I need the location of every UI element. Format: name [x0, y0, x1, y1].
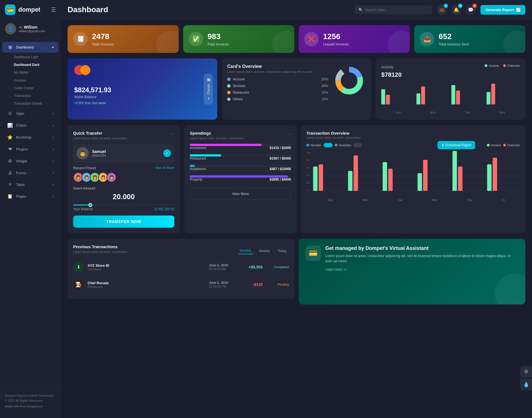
- subnav-dashboard-light[interactable]: Dashboard Light: [0, 53, 61, 61]
- paid-icon: ✅: [189, 32, 203, 46]
- legend-restaurant: Restaurant 15%: [227, 91, 328, 94]
- stat-total-sent: 📤 652 Total Invoices Sent: [414, 25, 525, 53]
- chevron-down-icon: ▾: [52, 45, 54, 49]
- briefcase-button[interactable]: 💼 2: [437, 4, 447, 15]
- bar: [381, 89, 385, 104]
- spendings-more-icon[interactable]: ⋯: [286, 131, 291, 137]
- forms-icon: 🖨: [7, 170, 13, 175]
- sidebar-item-plugins[interactable]: ❤ Plugins ›: [2, 144, 59, 155]
- plugins-icon: ❤: [7, 147, 13, 152]
- sidebar-item-table[interactable]: ≡ Table ›: [2, 179, 59, 190]
- subnav-dashboard-dark[interactable]: Dashboard Dark: [0, 61, 61, 69]
- transfer-now-button[interactable]: TRANSFER NOW: [73, 216, 174, 228]
- apps-icon: ①: [7, 111, 13, 116]
- bar: [491, 84, 495, 104]
- refresh-icon: 🔄: [206, 78, 210, 81]
- stat-number: 652: [439, 32, 469, 41]
- user-info: Hi, William william@gmail.com: [19, 25, 45, 33]
- chevron-right-icon: ›: [53, 135, 54, 139]
- subnav-cards-center[interactable]: Cards Center: [0, 84, 61, 92]
- activity-amount: $78120: [381, 71, 520, 78]
- subnav-invoices[interactable]: Invoices: [0, 76, 61, 84]
- sidebar-item-widget[interactable]: ⚙ Widget ›: [2, 156, 59, 166]
- contact-name: Samuel: [92, 149, 106, 154]
- download-report-button[interactable]: ⬇ Download Report: [438, 141, 475, 149]
- transaction-date: June 4, 2020 05:34:45 AM: [209, 263, 237, 271]
- transaction-name: Chef Renata: [88, 281, 109, 285]
- va-title: Get managed by Dompet's Virtual Assistan…: [325, 245, 519, 251]
- sidebar-item-pages[interactable]: 📋 Pages ›: [2, 191, 59, 202]
- bar: [452, 151, 457, 191]
- analytics-toggle[interactable]: [353, 143, 362, 147]
- filter-today[interactable]: Today: [275, 248, 289, 254]
- bar: [348, 171, 352, 191]
- amount-slider[interactable]: [73, 204, 174, 206]
- svg-point-4: [344, 75, 355, 86]
- search-input[interactable]: [365, 8, 428, 12]
- settings-float-button[interactable]: ⚙: [520, 366, 532, 378]
- stat-number: 1256: [323, 32, 349, 41]
- filter-monthly[interactable]: Monthly: [237, 248, 254, 254]
- bar: [313, 166, 318, 191]
- subnav-transaction-details[interactable]: Transaction Details: [0, 100, 61, 107]
- activity-title: Activity: [381, 65, 393, 69]
- sidebar-item-forms[interactable]: 🖨 Forms ›: [2, 168, 59, 178]
- chevron-right-icon: ›: [53, 159, 54, 163]
- stat-label: Paid Invoices: [208, 42, 229, 46]
- cards-overview: Card's Overview Lorem ipsum dolor sit am…: [222, 58, 371, 120]
- wallet-label: Wallet Balance: [74, 95, 211, 99]
- quick-transfer-subtitle: Lorem ipsum dolor sit amet, consectetur: [73, 137, 127, 140]
- drop-float-button[interactable]: 💧: [520, 379, 532, 390]
- bar: [416, 93, 420, 104]
- view-more-button[interactable]: View More: [190, 188, 291, 199]
- transaction-sub: Cashback: [88, 268, 109, 271]
- trans-overview-subtitle: Lorem ipsum dolor sit amet, consectetur: [306, 136, 361, 139]
- subnav-my-wallet[interactable]: My Wallet: [0, 69, 61, 76]
- stats-grid: 🧾 2478 Total Invoices ✅ 983 Paid Invoice…: [68, 25, 525, 53]
- user-profile: 👤 Hi, William william@gmail.com: [0, 20, 61, 39]
- bar: [423, 160, 428, 191]
- bar: [383, 162, 387, 191]
- virtual-assistant-card: 💳 Get managed by Dompet's Virtual Assist…: [299, 239, 525, 304]
- sidebar-item-dashboard[interactable]: ⊞ Dashboard ▾: [2, 42, 59, 53]
- filter-weekly[interactable]: Weekly: [257, 248, 272, 254]
- transaction-status: Completed: [267, 265, 289, 269]
- spendings-card: Spendings Lorem ipsum dolor sit amet, co…: [184, 125, 296, 233]
- bell-button[interactable]: 🔔 12: [451, 4, 462, 15]
- more-options-icon[interactable]: ⋯: [169, 131, 174, 137]
- generate-report-button[interactable]: Generate Report 📈: [480, 5, 525, 15]
- trans-more-icon[interactable]: ⋯: [477, 142, 482, 148]
- sidebar-item-charts[interactable]: 📊 Charts ›: [2, 120, 59, 131]
- others-dot: [227, 98, 231, 101]
- spendings-title: Spendings: [190, 131, 244, 135]
- friend-avatar[interactable]: 👩: [106, 172, 116, 182]
- analytics-dot: [335, 144, 337, 147]
- transaction-date: June 5, 2020 12:00:00 PM: [209, 281, 237, 288]
- bottom-row: Quick Transfer Lorem ipsum dolor sit ame…: [68, 125, 525, 233]
- bar: [354, 155, 358, 191]
- number-toggle[interactable]: [324, 143, 332, 147]
- chart-icon: 📈: [516, 8, 520, 12]
- number-dot: [306, 144, 309, 147]
- bar: [386, 95, 390, 104]
- bottom-section: Previous Transactions Lorem ipsum dolor …: [68, 239, 525, 304]
- bar: [421, 86, 425, 104]
- hamburger-icon[interactable]: ☰: [51, 6, 56, 13]
- sidebar-item-label: Forms: [16, 171, 26, 175]
- sidebar-item-bootstrap[interactable]: ⭐ Bootstrap ›: [2, 132, 59, 143]
- transaction-status: Pending: [267, 283, 289, 286]
- chat-button[interactable]: 💬 8: [466, 4, 476, 15]
- sidebar-item-apps[interactable]: ① Apps ›: [2, 108, 59, 119]
- see-more-link[interactable]: See All More: [155, 166, 174, 170]
- services-dot: [227, 84, 231, 88]
- cards-overview-title: Card's Overview: [227, 64, 328, 69]
- balance-row: Your Balance $ 456,345.62: [73, 207, 174, 211]
- spending-investment: Investment $1415 / $2000: [190, 144, 291, 150]
- balance-value: $ 456,345.62: [155, 207, 174, 211]
- bootstrap-icon: ⭐: [7, 135, 13, 140]
- search-box[interactable]: 🔍: [355, 6, 432, 14]
- change-button[interactable]: 🔄 Change ▾: [204, 73, 213, 105]
- main-content: Dashboard 🔍 💼 2 🔔 12 💬 8 Generate Report…: [61, 0, 532, 418]
- va-learn-more-link[interactable]: Learn more >>: [325, 268, 347, 271]
- subnav-transaction[interactable]: Transaction: [0, 92, 61, 100]
